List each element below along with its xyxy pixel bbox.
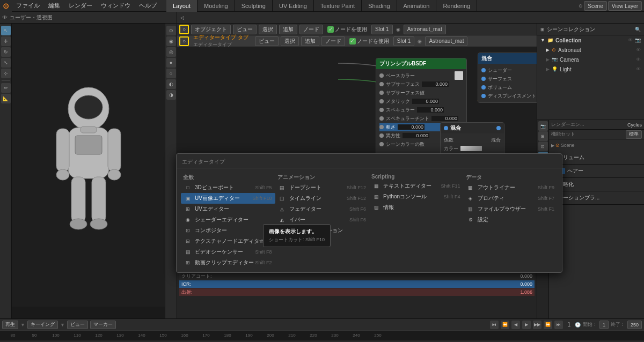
prop-output-btn[interactable]: ⊞ [538, 131, 548, 141]
play-pause-btn[interactable]: ▶ [522, 321, 531, 329]
editor-type-dropdown[interactable]: エディタータイプ 全般 □ 3Dビューポート Shift F5 ▣ UV画像エデ… [176, 153, 562, 273]
dropdown-item-text-editor[interactable]: ▦ テキストエディター Shift F11 [369, 181, 464, 191]
tab-animation[interactable]: Animation [397, 0, 437, 12]
start-frame[interactable]: 1 [599, 321, 609, 329]
tab-texture-paint[interactable]: Texture Paint [314, 0, 362, 12]
transform-tool[interactable]: ⊹ [1, 69, 11, 78]
color-swatch[interactable] [455, 71, 463, 80]
subsurface-input[interactable] [422, 81, 449, 87]
mat-slot[interactable]: クリアコート: 0.000 [179, 272, 535, 280]
metallic-input[interactable] [412, 99, 439, 104]
view-layer-selector[interactable]: View Layer [608, 1, 642, 11]
outliner-item-light[interactable]: ▶ 💡 Light 👁 [537, 64, 644, 74]
outliner-item-scene-collection[interactable]: ▼ 📁 Collection 👁 📷 [537, 35, 644, 45]
use-nodes-checkbox2[interactable]: ✓ [349, 38, 356, 44]
feature-standard-btn[interactable]: 標準 [626, 130, 642, 139]
slot-selector[interactable]: Slot 1 [371, 25, 393, 34]
outliner-item-astronaut[interactable]: ▶ ⊙ Astronaut 👁 [537, 45, 644, 55]
spec-tint-input[interactable] [431, 116, 458, 121]
jump-end-btn[interactable]: ⏭ [554, 321, 563, 329]
vis-icon2[interactable]: 👁 [636, 47, 641, 53]
end-frame[interactable]: 250 [627, 321, 642, 329]
dropdown-item-python-console[interactable]: ▧ Pythonコンソール Shift F4 [369, 191, 464, 202]
editor-type-button[interactable]: ○ [179, 25, 189, 34]
dropdown-item-timeline[interactable]: ◫ タイムライン Shift F12 [275, 193, 370, 204]
outliner-item-camera[interactable]: ▶ 📷 Camera 👁 [537, 55, 644, 64]
next-frame-btn[interactable]: ▶▶ [533, 321, 541, 329]
dropdown-item-compositor[interactable]: ⊡ コンポジター [181, 225, 275, 236]
menu-render[interactable]: レンダー [64, 0, 97, 12]
menu-help[interactable]: ヘルプ [135, 0, 161, 12]
blender-logo-icon[interactable]: ⊙ [0, 0, 12, 12]
measure-tool[interactable]: 📐 [1, 94, 11, 103]
render-icon[interactable]: 📷 [635, 38, 641, 43]
shading-material-btn[interactable]: ◑ [166, 90, 176, 100]
scene-selector[interactable]: Scene [584, 1, 606, 11]
tab-modeling[interactable]: Modeling [197, 0, 235, 12]
tab-uv-editing[interactable]: UV Editing [273, 0, 314, 12]
overlay-btn[interactable]: ◉ [166, 36, 176, 46]
annotate-tool[interactable]: ✏ [1, 83, 11, 93]
object-mode-dropdown[interactable]: オブジェクト [191, 25, 231, 34]
use-nodes-toggle2[interactable]: ✓ ノードを使用 [349, 38, 389, 45]
dropdown-item-prefs[interactable]: ⚙ 設定 [464, 214, 558, 225]
node-menu[interactable]: ノード [299, 25, 323, 34]
add-menu[interactable]: 追加 [279, 25, 297, 34]
panel-collapse-btn[interactable]: ◁ [180, 15, 184, 20]
dropdown-item-ibar[interactable]: ◭ イバー Shift F6 [275, 214, 370, 225]
play-btn[interactable]: 再生 [2, 321, 18, 329]
hair-section-header[interactable]: ▼ ✓ ヘアー [549, 166, 644, 176]
specular-input[interactable] [417, 107, 444, 113]
prev-frame-btn[interactable]: ◀ [511, 321, 520, 329]
dropdown-item-dopesheet[interactable]: ▤ ドープシート Shift F12 [275, 182, 370, 193]
dropdown-item-uv[interactable]: ⊞ UVエディター [181, 204, 275, 214]
menu-edit[interactable]: 編集 [44, 0, 64, 12]
tab-sculpting[interactable]: Sculpting [235, 0, 273, 12]
color-bar[interactable] [460, 146, 482, 151]
slot-selector2[interactable]: Slot 1 [393, 36, 415, 46]
roughness-input[interactable] [398, 124, 425, 130]
gizmo-btn[interactable]: ⊙ [166, 26, 176, 35]
add-menu2[interactable]: 追加 [301, 36, 319, 46]
dropdown-item-properties[interactable]: ◈ プロパティ Shift F7 [464, 193, 558, 204]
scale-tool[interactable]: ⤡ [1, 58, 11, 68]
mat-slot-error[interactable]: 出射: 1.086 [179, 288, 535, 296]
menu-file[interactable]: ファイル [12, 0, 44, 12]
dropdown-item-file-browser[interactable]: ▥ ファイルブラウザー Shift F1 [464, 204, 558, 214]
render-engine-value[interactable]: Cycles [627, 122, 642, 128]
shading-wire-btn[interactable]: ○ [166, 69, 176, 78]
dropdown-item-shader[interactable]: ◉ シェーダーエディター [181, 214, 275, 225]
next-keyframe-btn[interactable]: ⏩ [544, 321, 552, 329]
shading-solid-btn[interactable]: ● [166, 58, 176, 68]
editor-type-button2[interactable]: ○ [179, 36, 189, 46]
motion-blur-section-header[interactable]: ▶ モーションブラ... [549, 192, 644, 203]
jump-start-btn[interactable]: ⏮ [490, 321, 499, 329]
keying-btn[interactable]: キーイング [27, 321, 58, 329]
dropdown-item-outliner[interactable]: ▩ アウトライナー Shift F9 [464, 182, 558, 193]
volume-section-header[interactable]: ▶ ボリューム [549, 152, 644, 163]
move-tool[interactable]: ✛ [1, 36, 11, 46]
view-menu2[interactable]: ビュー [255, 36, 279, 46]
rotate-tool[interactable]: ↻ [1, 47, 11, 57]
use-nodes-checkbox[interactable]: ✓ [327, 26, 334, 33]
outliner-search[interactable]: 🔍 [635, 27, 641, 32]
vis-icon3[interactable]: 👁 [636, 57, 641, 62]
view-btn[interactable]: ビュー [67, 321, 88, 329]
menu-window[interactable]: ウィンドウ [97, 0, 135, 12]
cursor-tool[interactable]: ↖ [1, 26, 11, 35]
xray-btn[interactable]: ◎ [166, 47, 176, 57]
dropdown-item-texture-node[interactable]: ⊟ テクスチャノードエディター Shift F3 [181, 236, 275, 247]
dropdown-item-3d-viewport[interactable]: □ 3Dビューポート Shift F5 [181, 182, 275, 193]
simplify-section-header[interactable]: ▶ 簡略化 [549, 179, 644, 190]
aniso-input[interactable] [402, 133, 429, 138]
viewport-canvas[interactable] [12, 24, 165, 307]
vis-icon[interactable]: 👁 [628, 38, 633, 43]
dropdown-item-video-seq[interactable]: ▤ ビデオシーケンサー Shift F8 [181, 247, 275, 257]
marker-btn[interactable]: マーカー [90, 321, 116, 329]
tab-shading[interactable]: Shading [362, 0, 397, 12]
dropdown-item-movie-clip[interactable]: ⊞ 動画クリップエディター Shift F2 [181, 257, 275, 268]
material-selector2[interactable]: Astronaut_mat [425, 36, 467, 46]
select-menu[interactable]: 選択 [259, 25, 277, 34]
dropdown-item-info[interactable]: ▨ 情報 [369, 202, 464, 213]
dropdown-item-uv-image[interactable]: ▣ UV画像エディター Shift F10 [181, 193, 275, 204]
